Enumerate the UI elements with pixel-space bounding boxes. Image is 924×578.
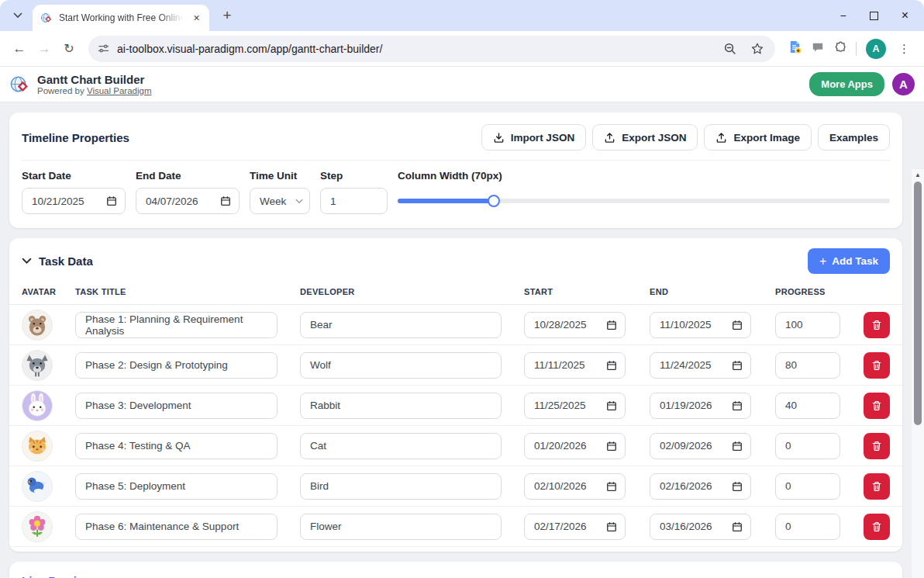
- developer-input[interactable]: Wolf: [300, 352, 502, 379]
- calendar-icon[interactable]: [606, 360, 617, 371]
- time-unit-field: Time Unit Week: [250, 170, 310, 214]
- comment-bubble-icon[interactable]: [812, 41, 824, 57]
- task-end-date-input[interactable]: 01/19/2026: [650, 393, 751, 419]
- page-scrollbar[interactable]: ▲: [912, 169, 924, 578]
- step-label: Step: [320, 170, 388, 182]
- calendar-icon[interactable]: [732, 441, 743, 452]
- reading-list-extension-icon[interactable]: [788, 40, 802, 57]
- browser-tab[interactable]: Start Working with Free Online ×: [33, 5, 209, 31]
- forward-button[interactable]: →: [33, 37, 56, 61]
- task-title-input[interactable]: Phase 1: Planning & Requirement Analysis: [75, 312, 278, 338]
- slider-track[interactable]: [398, 199, 890, 203]
- calendar-icon[interactable]: [606, 481, 617, 492]
- progress-input[interactable]: 0: [775, 433, 840, 459]
- task-title-input[interactable]: Phase 2: Design & Prototyping: [75, 352, 278, 379]
- task-end-date-input[interactable]: 03/16/2026: [650, 514, 751, 540]
- scrollbar-up-arrow-icon[interactable]: ▲: [912, 169, 924, 180]
- delete-task-button[interactable]: [864, 514, 890, 540]
- column-width-thumb[interactable]: [488, 195, 500, 207]
- extensions-puzzle-icon[interactable]: [833, 40, 846, 57]
- address-bar[interactable]: ai-toolbox.visual-paradigm.com/app/gantt…: [88, 36, 775, 62]
- progress-input[interactable]: 40: [775, 393, 840, 419]
- calendar-icon[interactable]: [220, 196, 231, 206]
- chevron-down-icon: [22, 258, 32, 265]
- progress-input[interactable]: 0: [775, 473, 840, 500]
- new-tab-button[interactable]: +: [217, 5, 237, 26]
- back-button[interactable]: ←: [8, 37, 31, 61]
- task-end-date-input[interactable]: 02/16/2026: [650, 473, 751, 500]
- delete-task-button[interactable]: [864, 393, 890, 419]
- developer-input[interactable]: Rabbit: [300, 393, 502, 419]
- cat-avatar-icon: [22, 431, 53, 462]
- add-task-button[interactable]: + Add Task: [808, 248, 890, 274]
- developer-input[interactable]: Flower: [300, 514, 502, 540]
- zoom-out-icon[interactable]: [719, 39, 740, 59]
- step-input[interactable]: 1: [320, 188, 388, 214]
- task-end-date-input[interactable]: 02/09/2026: [650, 433, 751, 459]
- calendar-icon[interactable]: [606, 441, 617, 452]
- minimize-button[interactable]: −: [840, 10, 846, 21]
- end-date-input[interactable]: 04/07/2026: [136, 188, 240, 214]
- delete-task-button[interactable]: [864, 473, 890, 500]
- task-title-input[interactable]: Phase 4: Testing & QA: [75, 433, 278, 459]
- task-start-date-input[interactable]: 11/25/2025: [524, 393, 626, 419]
- tab-close-button[interactable]: ×: [190, 12, 203, 25]
- task-data-collapse-button[interactable]: [22, 258, 32, 265]
- chrome-menu-button[interactable]: ⋮: [895, 42, 913, 56]
- calendar-icon[interactable]: [732, 481, 743, 492]
- tab-search-button[interactable]: [8, 5, 28, 26]
- task-start-date-input[interactable]: 01/20/2026: [524, 433, 626, 459]
- reload-button[interactable]: ↻: [57, 37, 81, 61]
- task-title-input[interactable]: Phase 6: Maintenance & Support: [75, 514, 278, 540]
- start-date-input[interactable]: 10/21/2025: [22, 188, 126, 214]
- task-title-input[interactable]: Phase 3: Development: [75, 393, 278, 419]
- task-table-header: AVATAR TASK TITLE DEVELOPER START END PR…: [9, 284, 902, 305]
- progress-input[interactable]: 100: [775, 312, 840, 338]
- bookmark-star-icon[interactable]: [747, 39, 767, 59]
- calendar-icon[interactable]: [732, 521, 743, 532]
- task-start-date-input[interactable]: 02/17/2026: [524, 514, 626, 540]
- visual-paradigm-link[interactable]: Visual Paradigm: [87, 86, 152, 95]
- calendar-icon[interactable]: [606, 521, 617, 532]
- export-image-button[interactable]: Export Image: [704, 124, 812, 151]
- maximize-button[interactable]: [870, 12, 878, 20]
- progress-input[interactable]: 80: [775, 352, 840, 379]
- site-info-icon[interactable]: [98, 43, 109, 54]
- examples-button[interactable]: Examples: [818, 124, 890, 151]
- column-header-developer: DEVELOPER: [300, 287, 524, 296]
- delete-task-button[interactable]: [864, 312, 890, 338]
- task-end-date-input[interactable]: 11/10/2025: [650, 312, 751, 338]
- task-start-date-input[interactable]: 02/10/2026: [524, 473, 626, 500]
- scrollbar-thumb[interactable]: [914, 182, 922, 425]
- avatar-cell: [22, 310, 75, 341]
- avatar-cell: [22, 431, 75, 462]
- close-button[interactable]: ×: [902, 9, 908, 22]
- export-json-button[interactable]: Export JSON: [592, 124, 698, 151]
- delete-task-button[interactable]: [864, 352, 890, 379]
- task-end-date-input[interactable]: 11/24/2025: [650, 352, 751, 379]
- task-title-input[interactable]: Phase 5: Deployment: [75, 473, 278, 500]
- import-json-button[interactable]: Import JSON: [481, 124, 587, 151]
- column-width-slider[interactable]: [398, 188, 890, 214]
- developer-input[interactable]: Bear: [300, 312, 502, 338]
- live-preview-title: Live Preview: [22, 574, 890, 578]
- calendar-icon[interactable]: [732, 400, 743, 411]
- table-row: Phase 3: Development Rabbit 11/25/2025 0…: [9, 386, 902, 426]
- task-start-date-input[interactable]: 10/28/2025: [524, 312, 626, 338]
- delete-task-button[interactable]: [864, 433, 890, 459]
- time-unit-select[interactable]: Week: [250, 188, 310, 214]
- calendar-icon[interactable]: [732, 320, 743, 331]
- more-apps-button[interactable]: More Apps: [809, 72, 884, 96]
- chrome-profile-avatar[interactable]: A: [866, 39, 886, 59]
- progress-input[interactable]: 0: [775, 514, 840, 540]
- calendar-icon[interactable]: [732, 360, 743, 371]
- calendar-icon[interactable]: [106, 196, 117, 206]
- task-start-date-input[interactable]: 11/11/2025: [524, 352, 626, 379]
- column-header-progress: PROGRESS: [775, 287, 864, 296]
- start-date-label: Start Date: [22, 170, 126, 182]
- user-avatar[interactable]: A: [892, 73, 915, 95]
- developer-input[interactable]: Cat: [300, 433, 502, 459]
- developer-input[interactable]: Bird: [300, 473, 502, 500]
- calendar-icon[interactable]: [606, 320, 617, 331]
- calendar-icon[interactable]: [606, 400, 617, 411]
